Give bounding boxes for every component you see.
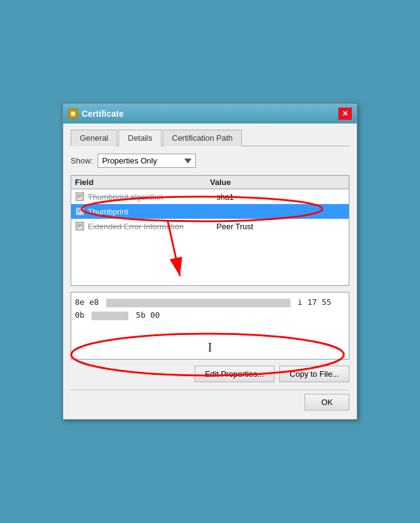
action-buttons: Edit Properties... Copy to File... [71, 366, 349, 382]
row-icon-thumbprint-algo [75, 192, 85, 202]
svg-rect-10 [77, 222, 82, 230]
svg-rect-1 [71, 112, 75, 116]
value-text-content: 8e e8 i 17 55 0b 5b 00 [75, 296, 345, 322]
field-thumbprint: Thumbprint [88, 207, 217, 216]
svg-rect-2 [77, 193, 82, 200]
tab-certification-path[interactable]: Certification Path [163, 130, 242, 146]
ok-row: OK [71, 390, 349, 412]
value-line1: 8e e8 i 17 55 [75, 296, 345, 309]
table-header: Field Value [71, 176, 349, 189]
cert-window-icon [68, 109, 78, 119]
text-cursor: I [208, 339, 212, 355]
value-thumbprint-algo: sha1 [217, 192, 346, 202]
cert-doc-icon [76, 192, 84, 201]
svg-rect-6 [77, 208, 82, 215]
cert-doc-icon-2 [76, 222, 84, 230]
tab-details[interactable]: Details [119, 130, 161, 146]
value-display-area[interactable]: 8e e8 i 17 55 0b 5b 00 I [71, 292, 349, 360]
value-column-header: Value [210, 178, 345, 187]
field-column-header: Field [75, 178, 210, 187]
value-ext-error: Peer Trust [217, 222, 346, 231]
row-icon-ext-error [75, 221, 85, 231]
tab-general[interactable]: General [71, 130, 117, 146]
copy-to-file-button[interactable]: Copy to File... [279, 366, 349, 382]
field-thumbprint-algo: Thumbprint algorithm [88, 192, 217, 202]
table-row-thumbprint-algo[interactable]: Thumbprint algorithm sha1 [71, 189, 349, 204]
certificate-window: Certificate ✕ General Details Certificat… [63, 103, 357, 420]
field-table: Field Value Thumbprint algorithm sha1 [71, 175, 349, 286]
cert-doc-icon-selected [76, 207, 84, 216]
window-title: Certificate [82, 109, 123, 119]
show-row: Show: Properties Only [71, 154, 349, 168]
show-label: Show: [71, 156, 93, 165]
tab-bar: General Details Certification Path [71, 130, 349, 146]
table-row-thumbprint[interactable]: Thumbprint [71, 204, 349, 219]
title-bar: Certificate ✕ [63, 104, 357, 124]
window-content: General Details Certification Path Show:… [63, 124, 357, 419]
row-icon-thumbprint [75, 206, 85, 216]
field-ext-error: Extended Error Information [88, 222, 217, 231]
show-select[interactable]: Properties Only [98, 154, 196, 168]
close-button[interactable]: ✕ [338, 108, 352, 120]
table-row-ext-error[interactable]: Extended Error Information Peer Trust [71, 219, 349, 234]
cursor-area: I [75, 339, 345, 355]
edit-properties-button[interactable]: Edit Properties... [195, 366, 274, 382]
ok-button[interactable]: OK [305, 394, 349, 411]
title-bar-left: Certificate [68, 109, 123, 119]
value-line2: 0b 5b 00 [75, 309, 345, 322]
